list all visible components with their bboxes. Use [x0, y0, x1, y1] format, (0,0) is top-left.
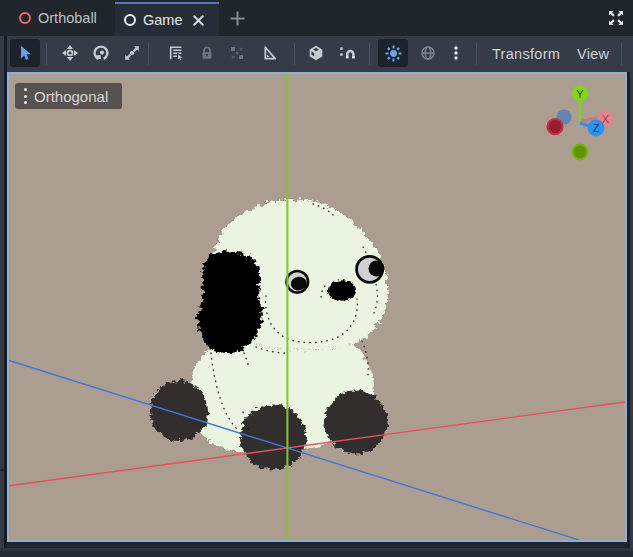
list-select-icon	[168, 45, 184, 61]
expand-viewport-icon[interactable]	[606, 8, 626, 28]
gizmo-z-label: Z	[593, 122, 600, 134]
left-dock-seam	[0, 469, 4, 471]
preview-environment-button[interactable]	[413, 39, 443, 67]
left-dock-gap	[4, 36, 7, 557]
rotate-tool-button[interactable]	[86, 39, 116, 67]
magnet-icon	[339, 45, 355, 61]
rotate-icon	[93, 45, 109, 61]
transform-menu[interactable]: Transform	[492, 36, 560, 72]
plush-dog	[150, 199, 388, 470]
toolbar-separator	[476, 43, 477, 65]
close-icon	[192, 14, 205, 27]
dog-paw-right	[325, 391, 388, 454]
gizmo-y-label: Y	[576, 88, 584, 100]
viewport-options-button[interactable]	[441, 39, 471, 67]
gizmo-neg-y-ball	[573, 145, 588, 160]
lock-icon	[199, 45, 215, 61]
scale-icon	[124, 45, 140, 61]
move-icon	[62, 45, 78, 61]
projection-label: Orthogonal	[34, 88, 108, 105]
sun-icon	[385, 45, 402, 62]
preview-sunlight-button[interactable]	[378, 39, 408, 67]
view-menu[interactable]: View	[577, 36, 609, 72]
toolbar-separator	[148, 43, 149, 65]
3d-scene: X Z Y	[9, 74, 625, 540]
local-space-button[interactable]	[301, 39, 331, 67]
scene-node-icon	[124, 14, 136, 26]
gizmo-neg-x-ball	[547, 119, 562, 134]
tab-orthoball[interactable]: Orthoball	[10, 0, 111, 36]
projection-badge[interactable]: Orthogonal	[15, 83, 122, 109]
kebab-menu-icon	[24, 88, 27, 103]
select-tool-button[interactable]	[10, 39, 40, 67]
expand-arrows-icon	[608, 10, 624, 26]
kebab-menu-icon	[448, 45, 464, 61]
bottom-panel	[0, 551, 633, 557]
globe-icon	[420, 45, 436, 61]
gizmo-x-label: X	[602, 113, 610, 125]
dog-nose	[328, 280, 356, 301]
add-scene-tab-button[interactable]	[228, 9, 246, 27]
group-button[interactable]	[222, 39, 252, 67]
cube-icon	[308, 45, 324, 61]
snap-button[interactable]	[332, 39, 362, 67]
toolbar-separator	[294, 43, 295, 65]
scene-node-icon	[19, 12, 31, 24]
close-tab-icon[interactable]	[192, 14, 205, 27]
spatial-editor-toolbar: Transform View	[0, 36, 633, 72]
toolbar-separator	[621, 43, 622, 65]
scale-tool-button[interactable]	[117, 39, 147, 67]
godot-editor-window: Orthoball Game	[0, 0, 633, 557]
list-select-tool-button[interactable]	[161, 39, 191, 67]
ruler-icon	[261, 45, 277, 61]
3d-viewport[interactable]: X Z Y Orthogonal	[7, 72, 627, 542]
plus-icon	[229, 10, 246, 27]
select-arrow-icon	[17, 45, 33, 61]
ruler-button[interactable]	[254, 39, 284, 67]
dog-ear	[198, 251, 263, 353]
toolbar-separator	[369, 43, 370, 65]
axis-gizmo[interactable]: X Z Y	[547, 86, 613, 160]
tab-label: Game	[143, 13, 183, 28]
toolbar-separator	[46, 43, 47, 65]
tab-game[interactable]: Game	[115, 2, 219, 36]
dog-paw-left	[150, 381, 208, 441]
move-tool-button[interactable]	[55, 39, 85, 67]
group-icon	[229, 45, 245, 61]
scene-tab-bar: Orthoball Game	[0, 0, 633, 36]
lock-button[interactable]	[192, 39, 222, 67]
tab-label: Orthoball	[38, 11, 97, 26]
